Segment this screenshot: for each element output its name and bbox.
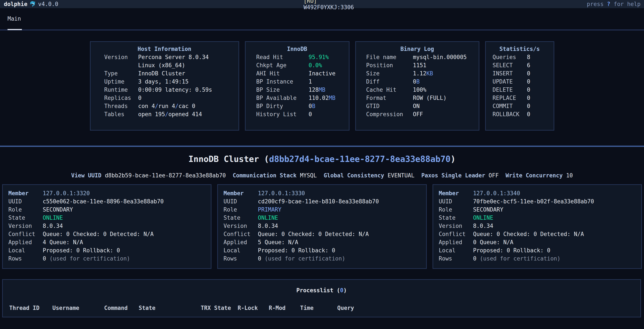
kv-value: 0 (527, 102, 530, 110)
kv-row: CompressionOFF (356, 110, 479, 118)
panel-innodb: InnoDB Read Hit95.91%Chkpt Age0.0%AHI Hi… (245, 41, 350, 131)
cluster-attribute-value: EVENTUAL (388, 172, 414, 179)
kv-label: Diff (366, 78, 413, 86)
kv-row: GTIDON (356, 102, 479, 110)
kv-value: ONLINE (258, 214, 278, 222)
kv-label: Local (8, 246, 43, 254)
value-segment: Queue: 0 Checked: 0 Detected: N/A (258, 231, 369, 237)
value-segment: (used for certification) (46, 255, 130, 262)
kv-label: Compression (366, 110, 413, 118)
kv-row: Applied0 Queue: N/A (433, 238, 641, 246)
panel-rows: File namemysql-bin.000005Position1151Siz… (356, 53, 479, 118)
cluster-attribute-label: Communication Stack (233, 172, 296, 179)
kv-label: Threads (104, 102, 138, 110)
panel-rows: Read Hit95.91%Chkpt Age0.0%AHI HitInacti… (246, 53, 349, 118)
kv-label: Local (439, 246, 473, 254)
processlist-count: 0 (340, 287, 344, 293)
member-rows: Member127.0.0.1:3340UUID70fbe0ec-bcf5-11… (433, 189, 641, 263)
panel-title: Binary Log (356, 45, 479, 53)
cluster-attribute-value: d8bb2b59-bcae-11ee-8277-8ea33e88ab70 (105, 172, 226, 179)
kv-label: Conflict (224, 230, 258, 238)
help-key[interactable]: ? (607, 1, 610, 7)
cluster-attribute: Communication StackMYSQL (233, 172, 317, 179)
kv-value: Percona Server 8.0.34 (138, 53, 209, 61)
kv-value: 1.12KB (413, 69, 433, 78)
kv-label: Role (224, 205, 258, 214)
section-divider (0, 146, 644, 147)
value-segment: 4 Queue: N/A (43, 239, 83, 245)
value-segment: Proposed: 0 Rollback: 0 (258, 247, 335, 254)
kv-row: Size1.12KB (356, 69, 479, 78)
kv-value: 100% (413, 86, 426, 94)
value-segment: 0 (413, 78, 416, 85)
tab-main-label: Main (8, 16, 21, 22)
value-segment: 3 days, 1:49:15 (138, 78, 189, 85)
kv-value: Proposed: 0 Rollback: 0 (43, 246, 120, 254)
tab-main[interactable]: Main (8, 16, 21, 22)
panel-title: Host Information (90, 45, 238, 53)
kv-value: 128MB (309, 86, 326, 94)
kv-row: BP Available110.02MB (246, 94, 349, 102)
kv-value: 0 (527, 94, 530, 102)
panel-title: Statistics/s (486, 45, 554, 53)
kv-row: Member127.0.0.1:3320 (3, 189, 211, 197)
kv-label: Member (224, 189, 258, 197)
kv-value: 0 (138, 94, 142, 102)
kv-row: COMMIT0 (486, 102, 554, 110)
kv-row: Threadscon 4/run 4/cac 0 (90, 102, 238, 110)
kv-row: File namemysql-bin.000005 (356, 53, 479, 61)
kv-label: ROLLBACK (493, 110, 527, 118)
kv-label: Queries (493, 53, 527, 61)
cluster-uuid: d8bb27d4-bcae-11ee-8277-8ea33e88ab70 (269, 154, 450, 164)
kv-value: 0 (527, 110, 530, 118)
processlist-title-suffix: ) (344, 287, 347, 293)
kv-row: StateONLINE (218, 214, 426, 222)
kv-row: ConflictQueue: 0 Checked: 0 Detected: N/… (218, 230, 426, 238)
kv-row: INSERT0 (486, 69, 554, 78)
value-segment: (used for certification) (476, 255, 560, 262)
value-segment: SECONDARY (473, 206, 504, 213)
value-segment: 0 (138, 95, 142, 101)
panel-host-information: Host Information VersionPercona Server 8… (90, 41, 239, 131)
cluster-attribute: Paxos Single LeaderOFF (422, 172, 499, 179)
kv-value: PRIMARY (258, 205, 282, 214)
kv-row: Version8.0.34 (433, 222, 641, 230)
kv-value: OFF (413, 110, 423, 118)
kv-row: UPDATE0 (486, 78, 554, 86)
processlist-column-header: Command (104, 304, 128, 312)
value-segment: 0 Queue: N/A (473, 239, 514, 245)
kv-label: Rows (8, 254, 43, 263)
kv-row: ROLLBACK0 (486, 110, 554, 118)
kv-label: Rows (224, 254, 258, 263)
cluster-heading: InnoDB Cluster (d8bb27d4-bcae-11ee-8277-… (0, 155, 644, 163)
processlist-header-row: Thread IDUsernameCommandStateTRX StateR-… (3, 304, 640, 312)
kv-row: Version8.0.34 (218, 222, 426, 230)
kv-row: StateONLINE (3, 214, 211, 222)
kv-row: BP Instance1 (246, 78, 349, 86)
kv-label: BP Available (256, 94, 309, 102)
kv-label: Size (366, 69, 413, 78)
kv-value: 0:00:09 latency: 0.59s (138, 86, 212, 94)
value-segment: 127.0.0.1:3330 (258, 190, 305, 196)
processlist-column-header: R-Lock (238, 304, 258, 312)
value-segment: Linux (x86_64) (138, 62, 185, 69)
kv-label: Version (8, 222, 43, 230)
kv-label: UUID (8, 197, 43, 205)
kv-value: 0 (used for certification) (43, 254, 130, 263)
cluster-attributes-bar: View UUIDd8bb2b59-bcae-11ee-8277-8ea33e8… (0, 171, 644, 180)
kv-value: 95.91% (309, 53, 329, 61)
kv-label: UUID (439, 197, 473, 205)
processlist-column-header: R-Mod (269, 304, 286, 312)
processlist-column-header: Time (300, 304, 314, 312)
value-segment: 1 (309, 78, 312, 85)
kv-label: COMMIT (493, 102, 527, 110)
kv-row: RoleSECONDARY (3, 205, 211, 214)
kv-value: 0 (used for certification) (473, 254, 560, 263)
value-segment: 0 (258, 255, 261, 262)
kv-value: mysql-bin.000005 (413, 53, 467, 61)
kv-value: ONLINE (43, 214, 63, 222)
value-segment: (used for certification) (261, 255, 345, 262)
value-segment: open 195 (138, 111, 165, 118)
help-hint-suffix: for help (610, 1, 640, 7)
kv-row: LocalProposed: 0 Rollback: 0 (433, 246, 641, 254)
